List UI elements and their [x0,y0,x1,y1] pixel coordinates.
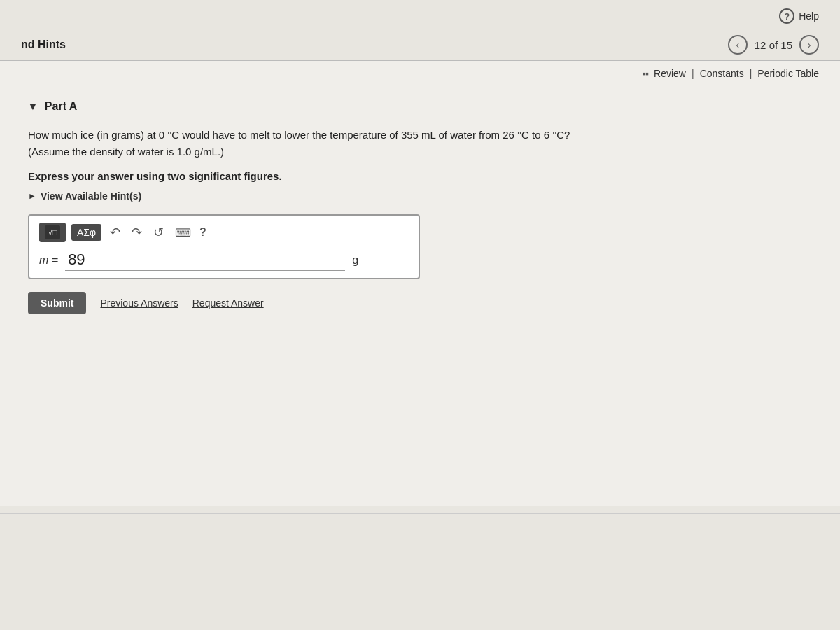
submit-button[interactable]: Submit [28,292,86,314]
sep1: | [692,68,694,79]
help-button[interactable]: ? Help [779,8,819,24]
nav-controls: ‹ 12 of 15 › [728,35,819,55]
part-title: Part A [45,100,78,113]
asf-label: AΣφ [77,227,96,238]
hint-label: View Available Hint(s) [41,190,141,202]
answer-row: m = g [39,249,409,271]
keyboard-button[interactable]: ⌨ [172,225,194,241]
answer-input[interactable] [65,249,345,271]
previous-answers-button[interactable]: Previous Answers [100,298,178,309]
hint-link[interactable]: ► View Available Hint(s) [28,190,812,202]
keyboard-icon: ⌨ [175,227,191,239]
book-icon: ▪▪ [642,68,651,79]
sep2: | [750,68,752,79]
undo-button[interactable]: ↶ [107,223,123,241]
question-count: 12 of 15 [755,39,792,51]
toolbar-help-button[interactable]: ? [200,226,206,239]
review-link[interactable]: Review [654,68,686,79]
nav-bar: nd Hints ‹ 12 of 15 › [0,29,840,60]
top-bar: ? Help [0,0,840,29]
part-collapse-arrow[interactable]: ▼ [28,101,38,112]
answer-box: √□ AΣφ ↶ ↷ ↺ ⌨ ? m = g [28,214,420,279]
part-header: ▼ Part A [28,100,812,113]
refresh-button[interactable]: ↺ [150,223,167,241]
math-toolbar: √□ AΣφ ↶ ↷ ↺ ⌨ ? [39,223,409,242]
bottom-section [0,513,840,555]
resource-bar: ▪▪ Review | Constants | Periodic Table [0,61,840,86]
instruction-text: Express your answer using two significan… [28,170,812,182]
prev-question-button[interactable]: ‹ [728,35,748,55]
help-circle-icon: ? [779,8,794,24]
question-text: How much ice (in grams) at 0 °C would ha… [28,127,658,160]
sqrt-icon: √□ [45,225,60,239]
main-content: ▼ Part A How much ice (in grams) at 0 °C… [0,86,840,506]
question-line2: (Assume the density of water is 1.0 g/mL… [28,146,224,158]
next-question-button[interactable]: › [799,35,819,55]
request-answer-button[interactable]: Request Answer [192,298,264,309]
answer-unit: g [352,254,358,267]
periodic-table-link[interactable]: Periodic Table [757,68,819,79]
section-title: nd Hints [21,38,66,51]
asf-button[interactable]: AΣφ [71,224,102,241]
constants-link[interactable]: Constants [700,68,744,79]
hint-arrow-icon: ► [28,191,36,201]
sqrt-button[interactable]: √□ [39,223,66,242]
answer-label: m = [39,254,58,267]
redo-button[interactable]: ↷ [129,223,145,241]
help-label: Help [799,10,819,22]
action-row: Submit Previous Answers Request Answer [28,292,812,314]
question-line1: How much ice (in grams) at 0 °C would ha… [28,129,570,141]
